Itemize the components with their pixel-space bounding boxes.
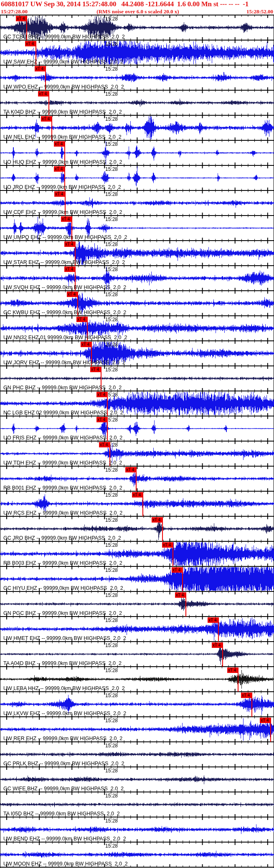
trace-label: UO FRIS EHZ -- 99999.0km BW HIGHPASS 2.0… bbox=[3, 435, 122, 441]
time-tick-label: 15:28 bbox=[105, 793, 118, 799]
pick-flag[interactable]: xT 4 bbox=[64, 266, 76, 272]
pick-flag[interactable]: xT 4 bbox=[54, 141, 65, 147]
time-tick-label: 15:28 bbox=[105, 768, 118, 774]
time-tick-label: 15:28 bbox=[105, 367, 118, 373]
trace-label: GC PRLK BHZ -- 99999.0km BW HIGHPASS 2.0… bbox=[3, 761, 124, 766]
trace-label: TA K04D BHZ -- 99999.0km BW HIGHPASS 2.0… bbox=[3, 109, 122, 115]
trace-label: RB B003 EHZ -- 99999.0km BW HIGHPASS 2.0… bbox=[3, 560, 122, 566]
time-tick-label: 15:28 bbox=[105, 467, 118, 473]
time-tick-label: 15:28 bbox=[105, 517, 118, 523]
time-tick-label: 15:28 bbox=[105, 743, 118, 749]
pick-flag[interactable]: xT 4 bbox=[67, 292, 78, 297]
event-header: 60881017 UW Sep 30, 2014 15:27:48.00 44.… bbox=[1, 0, 274, 8]
pick-flag[interactable]: xT 4 bbox=[172, 567, 183, 573]
trace-label: UW STAR EHZ -- 99999.0km BW HIGHPASS 2.0… bbox=[3, 259, 125, 265]
trace-label: UW RCS EHZ -- 99999.0km BW HIGHPASS 2.0 … bbox=[3, 510, 122, 516]
time-tick-label: 15:28 bbox=[105, 41, 118, 47]
pick-flag[interactable]: xT 4 bbox=[64, 241, 76, 247]
pick-flag[interactable]: xT 4 bbox=[227, 667, 238, 673]
trace-label: UW RER EHZ -- 99999.0km BW HIGHPASS 2.0 … bbox=[3, 736, 122, 741]
trace-label: UW LKVW EHZ -- 99999.0km BW HIGHPASS 2.0… bbox=[3, 711, 126, 716]
time-tick-label: 15:28 bbox=[105, 667, 118, 673]
pick-flag[interactable]: xT 4 bbox=[41, 116, 52, 122]
pick-flag[interactable]: xT 4 bbox=[162, 542, 173, 548]
pick-flag[interactable]: xT 4 bbox=[260, 718, 271, 723]
trace-label: TA I05D BHZ -- 99999.0km BW HIGHPASS 2.0… bbox=[3, 811, 120, 817]
pick-flag[interactable]: xT 4 bbox=[35, 66, 46, 71]
trace-label: GC WIFE BHZ -- 99999.0km BW HIGHPASS 2.0… bbox=[3, 786, 124, 792]
time-tick-label: 15:28 bbox=[105, 718, 118, 723]
trace-label: UW HMET EHZ -- 99999.0km BW HIGHPASS 2.0… bbox=[3, 635, 126, 641]
trace-label: UW TDH EHZ -- 99999.0km BW HIGHPASS 2.0 … bbox=[3, 460, 122, 466]
time-tick-label: 15:28 bbox=[105, 642, 118, 648]
pick-flag[interactable]: xT 4 bbox=[241, 693, 252, 698]
pick-flag[interactable]: xT 4 bbox=[61, 216, 72, 222]
pick-flag[interactable]: xT 4 bbox=[16, 16, 27, 21]
time-tick-label: 15:28 bbox=[105, 342, 118, 348]
trace-label: RB B001 EHZ -- 99999.0km BW HIGHPASS 2.0… bbox=[3, 485, 122, 491]
pick-flag[interactable]: xT 4 bbox=[175, 592, 186, 598]
time-tick-label: 15:28 bbox=[105, 542, 118, 548]
trace-label: UO HUQ EHZ -- 99999.0km BW HIGHPASS 2.0 … bbox=[3, 159, 122, 165]
pick-flag[interactable]: xT 4 bbox=[212, 642, 223, 648]
trace-label: GC KWBU EHZ -- 99999.0km BW HIGHPASS 2.0… bbox=[3, 310, 126, 315]
trace-label: UO JRO EHZ -- 99999.0km BW HIGHPASS 2.0 … bbox=[3, 184, 121, 190]
pick-flag[interactable]: xT 4 bbox=[99, 442, 110, 447]
time-tick-label: 15:28 bbox=[105, 116, 118, 122]
window-end-time: 15:28:52.00 bbox=[246, 8, 273, 15]
trace-label: UW JORV EHZ -- 99999.0km BW HIGHPASS 2.0… bbox=[3, 360, 125, 365]
time-tick-label: 15:28 bbox=[105, 266, 118, 272]
trace-label: UW BEND EHZ -- 99999.0km BW HIGHPASS 2.0… bbox=[3, 836, 126, 842]
trace-label: UW LEBA HHZ -- 99999.0km BW HIGHPASS 2.0… bbox=[3, 685, 125, 691]
trace-label: UW WPO EHZ -- 99999.0km BW HIGHPASS 2.0 … bbox=[3, 84, 124, 90]
time-tick-label: 15:28 bbox=[105, 216, 118, 222]
trace-label: GN PHC BHZ -- 99999.0km BW HIGHPASS 2.0 … bbox=[3, 385, 122, 391]
pick-flag[interactable]: xT 4 bbox=[76, 317, 88, 322]
time-tick-label: 15:28 bbox=[105, 241, 118, 247]
pick-flag[interactable]: xT 4 bbox=[96, 392, 108, 397]
seismogram-viewer: 60881017 UW Sep 30, 2014 15:27:48.00 44.… bbox=[0, 0, 274, 868]
pick-flag[interactable]: xT 4 bbox=[38, 91, 49, 96]
window-start-time: 15:27:28.00 bbox=[1, 8, 28, 15]
trace-label: GC TCBU BHZ -- 99999.0km BW HIGHPASS 2.0… bbox=[3, 34, 125, 40]
pick-flag[interactable]: xT 4 bbox=[25, 41, 36, 46]
pick-flag[interactable]: xT 4 bbox=[125, 467, 137, 472]
pick-flag[interactable]: xT 4 bbox=[208, 617, 219, 623]
time-tick-label: 15:28 bbox=[105, 317, 118, 322]
trace-label: GC HIYU EHZ -- 99999.0km BW HIGHPASS 2.0… bbox=[3, 585, 123, 591]
rms-scaling-note: (RMS noise over 6.0 s scaled 20.0 x) bbox=[96, 8, 179, 15]
time-tick-label: 15:28 bbox=[105, 141, 118, 147]
time-tick-label: 15:28 bbox=[105, 492, 118, 498]
time-tick-label: 15:28 bbox=[105, 166, 118, 172]
pick-flag[interactable]: xT 4 bbox=[81, 342, 92, 347]
time-tick-label: 15:28 bbox=[105, 91, 118, 97]
trace-label: UW NN32 EHZ 01 99999.0km BW HIGHPASS 2.0… bbox=[3, 335, 127, 340]
trace-label: TA A04D BHZ -- 99999.0km BW HIGHPASS 2.0… bbox=[3, 660, 122, 666]
trace-label: UW SVQH EHZ -- 99999.0km BW HIGHPASS 2.0… bbox=[3, 284, 126, 290]
time-tick-label: 15:28 bbox=[105, 66, 118, 72]
trace-label: NC LGB EHZ 02 99999.0km BW HIGHPASS 2.0 … bbox=[3, 410, 123, 416]
trace-label: UW NEL EHZ -- 99999.0km BW HIGHPASS 2.0 … bbox=[3, 134, 122, 140]
trace-label: GC JRO BHZ -- 99999.0km BW HIGHPASS 2.0 … bbox=[3, 535, 121, 541]
time-tick-label: 15:28 bbox=[105, 292, 118, 297]
trace-label: UW CDF EHZ -- 99999.0km BW HIGHPASS 2.0 … bbox=[3, 209, 122, 215]
time-tick-label: 15:28 bbox=[105, 617, 118, 623]
pick-flag[interactable]: xT 4 bbox=[132, 492, 143, 497]
trace-label: UW UMPQ EHZ -- 99999.0km BW HIGHPASS 2.0… bbox=[3, 234, 127, 240]
trace-label: UW SAW EHZ -- 99999.0km BW HIGHPASS 2.0 … bbox=[3, 59, 123, 65]
trace-label: GN PGC BHZ -- 99999.0km BW HIGHPASS 2.0 … bbox=[3, 610, 122, 616]
pick-flag[interactable]: xT 4 bbox=[90, 367, 101, 372]
time-tick-label: 15:28 bbox=[105, 693, 118, 698]
time-tick-label: 15:28 bbox=[105, 843, 118, 849]
trace-label: UW MOON EHZ -- 99999.0km BW HIGHPASS 2.0… bbox=[3, 861, 128, 867]
time-tick-label: 15:28 bbox=[105, 16, 118, 22]
time-tick-label: 15:28 bbox=[105, 592, 118, 598]
time-tick-label: 15:28 bbox=[105, 567, 118, 573]
time-tick-label: 15:28 bbox=[105, 191, 118, 197]
pick-flag[interactable]: xT 4 bbox=[54, 166, 65, 172]
time-tick-label: 15:28 bbox=[105, 818, 118, 824]
pick-flag[interactable]: xT 4 bbox=[96, 417, 108, 422]
pick-flag[interactable]: xT 4 bbox=[152, 517, 163, 523]
pick-flag[interactable]: xT 4 bbox=[54, 191, 66, 197]
